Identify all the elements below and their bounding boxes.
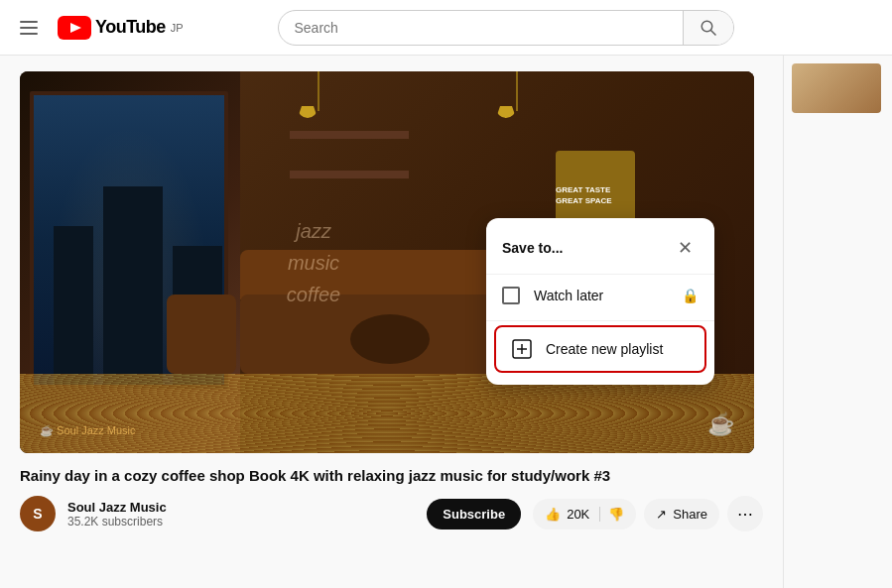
header-left: YouTubeJP	[16, 16, 214, 40]
sidebar-thumbnail-1[interactable]	[792, 63, 881, 113]
lamp-1	[318, 71, 319, 111]
share-button[interactable]: ↗ Share	[644, 499, 719, 529]
action-row: 👍 20K 👎 ↗ Share ⋯	[533, 496, 763, 531]
chair-left	[167, 294, 236, 374]
search-bar	[278, 10, 734, 46]
watch-later-item[interactable]: Watch later 🔒	[486, 275, 714, 316]
search-button[interactable]	[683, 11, 733, 45]
channel-avatar[interactable]: S	[20, 496, 56, 531]
like-button[interactable]: 👍 20K 👎	[533, 499, 636, 529]
watermark-left: ☕ Soul Jazz Music	[40, 424, 136, 437]
header: YouTubeJP	[0, 0, 892, 56]
create-playlist-item[interactable]: Create new playlist	[494, 325, 706, 373]
building-2	[103, 186, 163, 385]
floor-pattern	[20, 374, 754, 453]
more-button[interactable]: ⋯	[727, 496, 763, 531]
lamp-2	[516, 71, 518, 111]
channel-subscribers: 35.2K subscribers	[67, 515, 415, 529]
shelf-2	[290, 171, 409, 178]
channel-name[interactable]: Soul Jazz Music	[67, 500, 415, 515]
save-modal: Save to... ✕ Watch later 🔒 Create new pl…	[486, 218, 714, 385]
watch-later-checkbox[interactable]	[502, 287, 520, 304]
channel-row: S Soul Jazz Music 35.2K subscribers Subs…	[20, 496, 763, 531]
youtube-logo-icon	[58, 16, 91, 40]
menu-button[interactable]	[16, 17, 42, 39]
main: GREAT TASTE GREAT SPACE jazzmusiccoffee	[0, 56, 892, 588]
watermark-right: ☕	[707, 412, 734, 437]
modal-title: Save to...	[502, 240, 563, 256]
sidebar-thumb-bg-1	[792, 63, 881, 113]
modal-divider	[486, 320, 714, 321]
shelf-1	[290, 131, 409, 139]
table	[350, 314, 430, 364]
share-icon: ↗	[656, 507, 667, 522]
logo-region: JP	[171, 22, 184, 34]
svg-point-2	[701, 21, 712, 32]
search-input[interactable]	[279, 12, 683, 44]
logo-text: YouTube	[95, 17, 166, 38]
channel-avatar-letter: S	[33, 506, 42, 522]
add-playlist-icon	[512, 339, 532, 359]
dislike-icon: 👎	[599, 507, 624, 522]
watch-later-label: Watch later	[534, 288, 668, 303]
like-icon: 👍	[545, 507, 561, 522]
more-icon: ⋯	[737, 505, 753, 524]
subscribe-button[interactable]: Subscribe	[427, 499, 521, 529]
lock-icon: 🔒	[682, 288, 699, 303]
building-1	[54, 226, 93, 385]
modal-header: Save to... ✕	[486, 218, 714, 275]
modal-close-button[interactable]: ✕	[671, 234, 699, 262]
video-title: Rainy day in a cozy coffee shop Book 4K …	[20, 465, 763, 486]
create-playlist-label: Create new playlist	[546, 341, 663, 357]
share-label: Share	[673, 507, 707, 522]
channel-info: Soul Jazz Music 35.2K subscribers	[67, 500, 415, 529]
svg-line-3	[710, 30, 715, 35]
logo[interactable]: YouTubeJP	[58, 16, 184, 40]
like-count: 20K	[567, 507, 589, 522]
create-playlist-icon	[512, 339, 532, 359]
search-icon	[700, 19, 717, 37]
search-container	[214, 10, 797, 46]
right-sidebar	[783, 56, 892, 588]
